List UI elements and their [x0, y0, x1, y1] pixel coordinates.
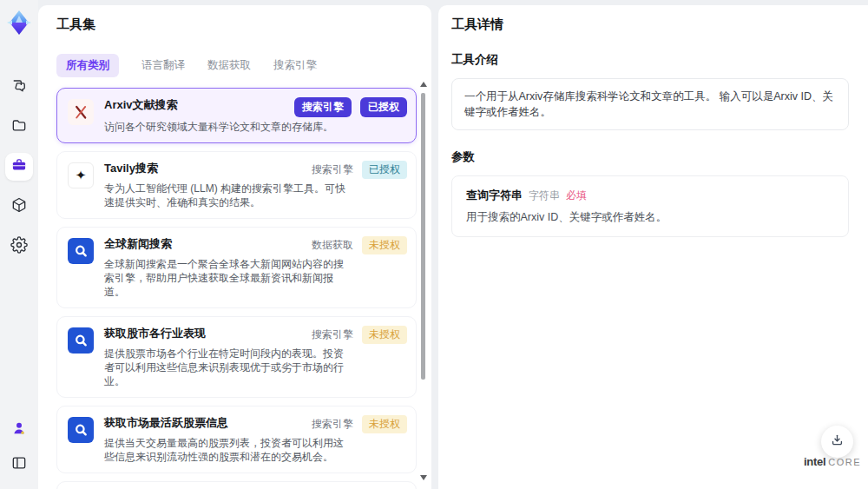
tool-card-tavily[interactable]: ✦ Tavily搜索 搜索引擎 已授权 专为人工智能代理 (LLM) 构建的搜索…: [56, 151, 417, 219]
sparkle-glyph: ✦: [76, 168, 87, 183]
arxiv-x-icon: [68, 99, 94, 125]
category-tabs: 所有类别 语言翻译 数据获取 搜索引擎: [56, 54, 417, 77]
rail-nav: [5, 73, 33, 261]
tab-data-acquisition[interactable]: 数据获取: [207, 54, 251, 77]
params-heading: 参数: [451, 149, 849, 165]
tool-description: 专为人工智能代理 (LLM) 构建的搜索引擎工具。可快速提供实时、准确和真实的结…: [104, 182, 345, 209]
tool-title: 全球新闻搜索: [104, 236, 172, 251]
card-body: 获取股市各行业表现 搜索引擎 未授权 提供股票市场各个行业在特定时间段内的表现。…: [104, 326, 407, 388]
tool-card-arxiv[interactable]: Arxiv文献搜索 搜索引擎 已授权 访问各个研究领域大量科学论文和文章的存储库…: [56, 88, 417, 143]
tool-card-global-news[interactable]: 全球新闻搜索 数据获取 未授权 全球新闻搜索是一个聚合全球各大新闻网站内容的搜索…: [56, 227, 417, 308]
tool-description: 访问各个研究领域大量科学论文和文章的存储库。: [104, 120, 345, 134]
scrollbar-thumb[interactable]: [421, 93, 425, 380]
status-badge-authorized: 已授权: [360, 97, 407, 117]
scrollbar-up-arrow-icon[interactable]: [420, 82, 427, 87]
tab-search-engine[interactable]: 搜索引擎: [273, 54, 317, 77]
category-label: 搜索引擎: [312, 327, 353, 342]
param-type: 字符串: [529, 188, 560, 203]
app-gem-logo: [5, 9, 33, 36]
tab-language-translation[interactable]: 语言翻译: [141, 54, 185, 77]
parameter-card: 查询字符串 字符串 必填 用于搜索的Arxiv ID、关键字或作者姓名。: [451, 175, 849, 237]
tool-card-most-active-stocks[interactable]: 获取市场最活跃股票信息 搜索引擎 未授权 提供当天交易量最高的股票列表，投资者可…: [56, 406, 417, 473]
category-badge: 搜索引擎: [294, 97, 352, 117]
intro-heading: 工具介绍: [451, 52, 849, 68]
tool-description: 提供股票市场各个行业在特定时间段内的表现。投资者可以利用这些信息来识别表现优于或…: [104, 347, 345, 388]
status-badge-authorized: 已授权: [362, 161, 407, 179]
download-button[interactable]: [821, 426, 853, 458]
blue-search-icon: [68, 417, 94, 443]
intel-core-logo: intelcore: [799, 455, 866, 468]
detail-title: 工具详情: [451, 5, 849, 33]
tool-title: Arxiv文献搜索: [104, 97, 178, 112]
tool-card-regional-news[interactable]: 万维地区新闻查询 搜索引擎 未授权 查询具体行政区划内的新闻，快速了解各地新闻动: [56, 481, 417, 489]
list-scrollbar[interactable]: [419, 82, 427, 480]
scrollbar-down-arrow-icon[interactable]: [420, 475, 427, 480]
category-label: 搜索引擎: [312, 417, 353, 432]
card-body: 获取市场最活跃股票信息 搜索引擎 未授权 提供当天交易量最高的股票列表，投资者可…: [104, 415, 407, 464]
toolset-title: 工具集: [56, 5, 417, 33]
param-name: 查询字符串: [466, 188, 523, 203]
sparkle-icon: ✦: [68, 162, 94, 188]
chat-nav-button[interactable]: [5, 73, 33, 101]
cube-nav-button[interactable]: [5, 193, 33, 221]
user-icon: [10, 420, 28, 440]
toolbox-icon: [10, 156, 28, 177]
toolbox-nav-button[interactable]: [5, 153, 33, 181]
card-body: 全球新闻搜索 数据获取 未授权 全球新闻搜索是一个聚合全球各大新闻网站内容的搜索…: [104, 236, 407, 299]
card-body: Arxiv文献搜索 搜索引擎 已授权 访问各个研究领域大量科学论文和文章的存储库…: [104, 97, 407, 134]
tool-card-list: Arxiv文献搜索 搜索引擎 已授权 访问各个研究领域大量科学论文和文章的存储库…: [56, 88, 417, 489]
download-icon: [829, 432, 845, 452]
rail-bottom: [5, 416, 33, 479]
core-brand-text: core: [828, 457, 861, 467]
card-body: Tavily搜索 搜索引擎 已授权 专为人工智能代理 (LLM) 构建的搜索引擎…: [104, 161, 407, 209]
status-badge-unauthorized: 未授权: [362, 326, 407, 344]
tool-title: 获取股市各行业表现: [104, 326, 206, 340]
gear-icon: [10, 236, 28, 257]
category-label: 数据获取: [312, 238, 353, 253]
blue-search-icon: [68, 238, 94, 264]
toolset-panel: 工具集 所有类别 语言翻译 数据获取 搜索引擎 Arxiv文献搜索 搜索引擎 已…: [38, 5, 431, 489]
folder-icon: [10, 116, 28, 137]
tool-title: Tavily搜索: [104, 161, 158, 175]
chat-icon: [10, 76, 28, 97]
param-required-label: 必填: [566, 188, 587, 203]
account-button[interactable]: [5, 416, 33, 444]
intro-text-box: 一个用于从Arxiv存储库搜索科学论文和文章的工具。 输入可以是Arxiv ID…: [451, 78, 849, 130]
tool-title: 获取市场最活跃股票信息: [104, 415, 228, 430]
cube-icon: [10, 196, 28, 217]
intel-brand-text: intel: [804, 455, 825, 468]
left-rail: [0, 0, 38, 489]
panel-toggle-icon: [10, 454, 28, 475]
param-description: 用于搜索的Arxiv ID、关键字或作者姓名。: [466, 210, 834, 225]
collapse-panel-button[interactable]: [5, 451, 33, 479]
tool-description: 提供当天交易量最高的股票列表，投资者可以利用这些信息来识别流动性强的股票和潜在的…: [104, 436, 345, 464]
status-badge-unauthorized: 未授权: [362, 236, 407, 254]
tool-description: 全球新闻搜索是一个聚合全球各大新闻网站内容的搜索引擎，帮助用户快速获取全球最新资…: [104, 257, 345, 299]
status-badge-unauthorized: 未授权: [362, 415, 407, 433]
settings-nav-button[interactable]: [5, 233, 33, 261]
tool-card-sector-performance[interactable]: 获取股市各行业表现 搜索引擎 未授权 提供股票市场各个行业在特定时间段内的表现。…: [56, 316, 417, 398]
tab-all-categories[interactable]: 所有类别: [56, 54, 119, 77]
blue-search-icon: [68, 327, 94, 354]
folder-nav-button[interactable]: [5, 113, 33, 141]
tool-detail-panel: 工具详情 工具介绍 一个用于从Arxiv存储库搜索科学论文和文章的工具。 输入可…: [438, 5, 868, 489]
category-label: 搜索引擎: [312, 162, 353, 177]
